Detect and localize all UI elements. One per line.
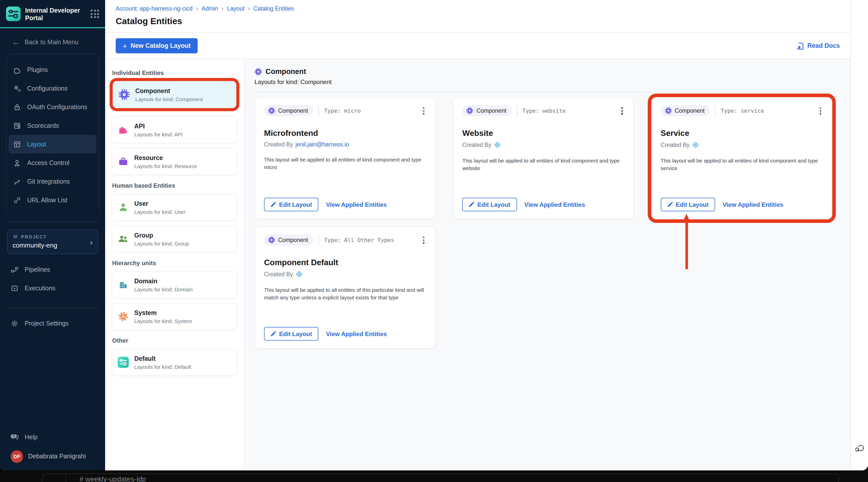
entity-item-title: User <box>134 200 186 207</box>
view-applied-entities-link[interactable]: View Applied Entities <box>326 201 387 208</box>
sidebar-item-scorecards[interactable]: Scorecards <box>8 116 97 135</box>
view-applied-entities-link[interactable]: View Applied Entities <box>326 330 387 337</box>
layout-title: Component Default <box>264 258 426 267</box>
kebab-menu-icon[interactable] <box>818 105 823 117</box>
sidebar-item-label: URL Allow List <box>27 197 67 204</box>
chat-bubbles-icon[interactable] <box>854 443 865 455</box>
sidebar-item-plugins[interactable]: Plugins <box>8 60 97 79</box>
read-docs-link[interactable]: Read Docs <box>797 42 840 50</box>
entity-item-user[interactable]: User Layouts for kind: User <box>112 194 237 221</box>
page-header: Account: app-harness-ng-cicd › Admin › L… <box>105 0 850 32</box>
kind-badge: Component <box>264 106 314 117</box>
breadcrumb-account[interactable]: Account: app-harness-ng-cicd <box>116 5 193 11</box>
entity-item-system[interactable]: System Layouts for kind: System <box>112 303 237 330</box>
kind-subtitle: Layouts for kind: Component <box>254 79 832 86</box>
edit-layout-button[interactable]: Edit Layout <box>264 198 318 211</box>
view-applied-entities-link[interactable]: View Applied Entities <box>524 201 585 208</box>
edit-layout-button[interactable]: Edit Layout <box>264 327 318 341</box>
breadcrumb-admin[interactable]: Admin <box>202 5 218 11</box>
entity-item-title: Resource <box>134 154 197 161</box>
entity-item-desc: Layouts for kind: User <box>134 209 186 215</box>
layout-card-microfrontend: Component Type: micro Microfrontend C <box>254 97 436 219</box>
component-chip-icon <box>254 68 262 75</box>
divider <box>517 106 518 116</box>
back-to-main-menu[interactable]: ← Back to Main Menu <box>0 28 105 46</box>
sidebar-item-access-control[interactable]: Access Control <box>8 153 97 172</box>
doc-arrow-icon <box>797 42 804 50</box>
breadcrumb: Account: app-harness-ng-cicd › Admin › L… <box>116 5 850 12</box>
view-applied-entities-link[interactable]: View Applied Entities <box>723 201 783 208</box>
created-by-row: Created By <box>660 141 823 148</box>
sidebar-item-label: Configurations <box>27 85 68 92</box>
type-text: Type: service <box>721 108 764 114</box>
harness-logo-icon <box>692 141 699 148</box>
kebab-menu-icon[interactable] <box>422 105 426 117</box>
kind-badge: Component <box>462 106 512 117</box>
git-fork-icon <box>13 177 21 185</box>
edit-layout-button[interactable]: Edit Layout <box>462 198 517 211</box>
apps-grid-icon[interactable] <box>91 9 99 18</box>
layout-icon <box>13 140 21 148</box>
puzzle-icon <box>13 66 21 74</box>
edit-layout-button[interactable]: Edit Layout <box>660 198 715 211</box>
sidebar-item-url-allow-list[interactable]: URL Allow List <box>8 191 97 209</box>
layouts-area: Component Layouts for kind: Component Co… <box>244 59 850 471</box>
entity-item-resource[interactable]: Resource Layouts for kind: Resource <box>112 148 237 175</box>
pencil-icon <box>469 202 474 207</box>
lock-icon <box>13 103 21 111</box>
divider <box>318 106 319 116</box>
group-people-icon <box>118 234 129 244</box>
sidebar-item-layout[interactable]: Layout <box>8 135 97 153</box>
content: Individual Entities Component Layouts fo… <box>105 59 850 471</box>
help-label: Help <box>25 433 37 441</box>
breadcrumb-separator: › <box>248 5 250 12</box>
creator-link[interactable]: jenil.jain@harness.io <box>296 141 349 147</box>
layout-card-service: Component Type: service Service Creat <box>651 97 832 219</box>
new-catalog-layout-button[interactable]: + New Catalog Layout <box>116 38 198 53</box>
pipeline-icon <box>10 265 19 273</box>
type-text: Type: website <box>523 108 566 114</box>
back-label: Back to Main Menu <box>25 38 79 46</box>
sidebar-item-project-settings[interactable]: Project Settings <box>6 314 99 333</box>
entity-item-group[interactable]: Group Layouts for kind: Group <box>112 225 237 252</box>
read-docs-label: Read Docs <box>807 42 840 49</box>
breadcrumb-layout[interactable]: Layout <box>227 5 244 11</box>
entity-item-component[interactable]: Component Layouts for kind: Component <box>113 81 236 108</box>
kebab-menu-icon[interactable] <box>422 235 426 246</box>
entity-item-api[interactable]: API Layouts for kind: API <box>112 116 237 143</box>
layout-description: This layout will be applied to all entit… <box>462 157 625 172</box>
sidebar-item-configurations[interactable]: Configurations <box>8 79 97 98</box>
layout-card-website: Component Type: website Website Creat <box>453 97 634 219</box>
sidebar-item-label: Git Integrations <box>27 178 70 185</box>
entity-item-title: Default <box>134 355 191 362</box>
layers-icon <box>12 234 18 240</box>
background-channel-title: # weekly-updates-idp <box>80 475 146 482</box>
person-icon <box>13 159 21 167</box>
component-chip-icon <box>268 237 275 244</box>
user-menu[interactable]: DP Debabrata Panigrahi <box>6 446 99 466</box>
divider <box>318 235 319 245</box>
main-area: Account: app-harness-ng-cicd › Admin › L… <box>105 0 850 471</box>
plus-icon: + <box>123 41 127 50</box>
component-chip-icon <box>119 89 130 100</box>
project-selector[interactable]: PROJECT community-eng › <box>7 230 98 254</box>
sidebar-item-help[interactable]: Help <box>6 428 99 446</box>
entity-item-default[interactable]: Default Layouts for kind: Default <box>112 349 237 376</box>
entity-item-domain[interactable]: Domain Layouts for kind: Domain <box>112 271 237 298</box>
arrow-left-icon: ← <box>12 38 20 46</box>
kind-divider <box>254 92 832 93</box>
sidebar-item-git-integrations[interactable]: Git Integrations <box>8 172 97 191</box>
layout-title: Service <box>660 128 823 138</box>
play-box-icon <box>10 284 19 292</box>
breadcrumb-catalog-entities[interactable]: Catalog Entities <box>253 5 294 11</box>
sidebar-item-label: Access Control <box>27 159 69 166</box>
kebab-menu-icon[interactable] <box>620 105 624 117</box>
sidebar-item-executions[interactable]: Executions <box>6 279 99 297</box>
new-button-label: New Catalog Layout <box>131 42 191 49</box>
kind-title: Component <box>266 67 306 76</box>
system-gear-icon <box>118 311 129 322</box>
sidebar-item-pipelines[interactable]: Pipelines <box>6 260 99 279</box>
project-nav: Pipelines Executions <box>6 260 99 297</box>
breadcrumb-separator: › <box>221 5 223 12</box>
sidebar-item-oauth-configurations[interactable]: OAuth Configurations <box>8 98 97 116</box>
